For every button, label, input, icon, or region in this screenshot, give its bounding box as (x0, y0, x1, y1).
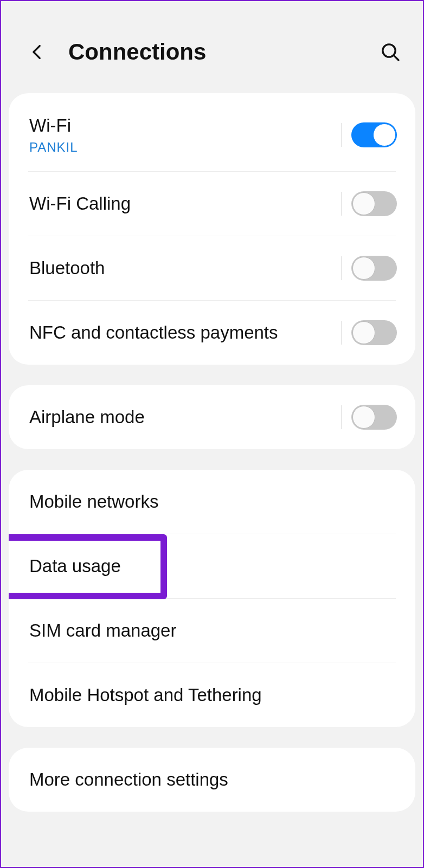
header: Connections (1, 1, 423, 87)
hotspot-label: Mobile Hotspot and Tethering (29, 684, 397, 706)
card-more: More connection settings (9, 748, 415, 812)
row-wifi-calling[interactable]: Wi-Fi Calling (9, 172, 415, 236)
wifi-network: PANKIL (29, 140, 339, 155)
divider (341, 405, 342, 429)
wifi-toggle[interactable] (351, 122, 397, 147)
wifi-calling-toggle[interactable] (351, 191, 397, 216)
more-settings-label: More connection settings (29, 769, 397, 791)
card-airplane: Airplane mode (9, 385, 415, 449)
nfc-toggle[interactable] (351, 320, 397, 345)
row-more-settings[interactable]: More connection settings (9, 748, 415, 812)
divider (341, 256, 342, 280)
back-icon[interactable] (28, 41, 47, 63)
row-hotspot[interactable]: Mobile Hotspot and Tethering (9, 663, 415, 727)
nfc-label: NFC and contactless payments (29, 322, 339, 344)
wifi-label: Wi-Fi (29, 115, 339, 137)
airplane-label: Airplane mode (29, 406, 339, 428)
row-airplane[interactable]: Airplane mode (9, 385, 415, 449)
row-nfc[interactable]: NFC and contactless payments (9, 301, 415, 365)
page-title: Connections (68, 39, 380, 65)
divider (341, 321, 342, 345)
divider (341, 192, 342, 216)
search-icon[interactable] (380, 41, 401, 63)
row-sim-manager[interactable]: SIM card manager (9, 599, 415, 663)
airplane-toggle[interactable] (351, 405, 397, 430)
row-data-usage[interactable]: Data usage (9, 534, 415, 598)
sim-manager-label: SIM card manager (29, 620, 397, 642)
mobile-networks-label: Mobile networks (29, 491, 397, 513)
divider (341, 123, 342, 147)
svg-line-1 (394, 55, 399, 60)
bluetooth-toggle[interactable] (351, 256, 397, 281)
data-usage-label: Data usage (29, 555, 397, 577)
row-mobile-networks[interactable]: Mobile networks (9, 470, 415, 534)
card-mobile: Mobile networks Data usage SIM card mana… (9, 470, 415, 727)
card-connectivity: Wi-Fi PANKIL Wi-Fi Calling Bluetooth (9, 93, 415, 365)
wifi-calling-label: Wi-Fi Calling (29, 193, 339, 215)
row-bluetooth[interactable]: Bluetooth (9, 236, 415, 300)
bluetooth-label: Bluetooth (29, 257, 339, 279)
row-wifi[interactable]: Wi-Fi PANKIL (9, 93, 415, 171)
